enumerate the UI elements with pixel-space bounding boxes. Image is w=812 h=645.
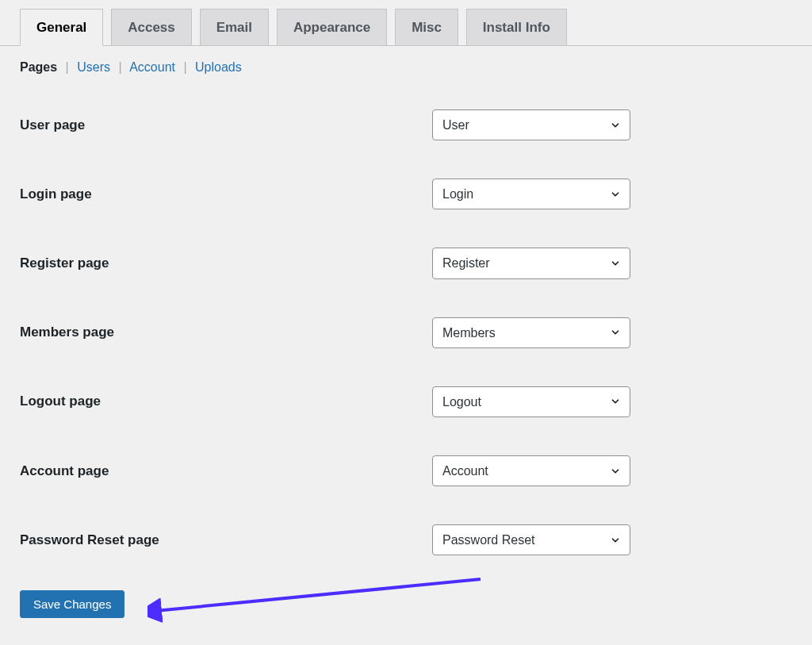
select-value: Register	[432, 248, 630, 278]
field-label: Register page	[20, 255, 432, 271]
subnav: Pages | Users | Account | Uploads	[0, 46, 812, 83]
row-members-page: Members page Members	[20, 298, 792, 367]
row-register-page: Register page Register	[20, 228, 792, 298]
separator: |	[61, 60, 74, 74]
button-label: Save Changes	[33, 597, 111, 611]
subnav-uploads[interactable]: Uploads	[195, 60, 242, 74]
select-value: Account	[432, 455, 630, 486]
row-login-page: Login page Login	[20, 159, 792, 228]
field-label: User page	[20, 117, 432, 133]
settings-form: User page User Login page Login Register…	[0, 83, 812, 574]
main-tabs: General Access Email Appearance Misc Ins…	[0, 0, 812, 46]
subnav-label: Account	[129, 60, 175, 74]
tab-appearance[interactable]: Appearance	[277, 9, 387, 46]
tab-access[interactable]: Access	[111, 9, 192, 46]
subnav-label: Pages	[20, 60, 57, 74]
row-password-reset-page: Password Reset page Password Reset	[20, 505, 792, 574]
field-label: Login page	[20, 186, 432, 202]
select-password-reset-page[interactable]: Password Reset	[432, 524, 630, 555]
subnav-label: Users	[77, 60, 110, 74]
tab-label: Email	[216, 20, 252, 35]
tab-general[interactable]: General	[20, 9, 103, 46]
select-value: Login	[432, 179, 630, 209]
field-label: Password Reset page	[20, 532, 432, 548]
tab-label: Misc	[412, 20, 442, 35]
tab-label: General	[36, 20, 86, 35]
separator: |	[113, 60, 126, 74]
tab-label: Install Info	[483, 20, 550, 35]
row-account-page: Account page Account	[20, 436, 792, 505]
tab-install-info[interactable]: Install Info	[466, 9, 567, 46]
submit-row: Save Changes	[0, 574, 812, 642]
subnav-pages[interactable]: Pages	[20, 60, 57, 74]
row-logout-page: Logout page Logout	[20, 367, 792, 436]
field-label: Account page	[20, 463, 432, 479]
select-user-page[interactable]: User	[432, 109, 630, 140]
field-label: Members page	[20, 324, 432, 340]
select-value: Logout	[432, 386, 630, 417]
tab-email[interactable]: Email	[200, 9, 269, 46]
tab-misc[interactable]: Misc	[395, 9, 458, 46]
separator: |	[178, 60, 191, 74]
tab-label: Appearance	[293, 20, 370, 35]
select-value: Members	[432, 317, 630, 348]
save-changes-button[interactable]: Save Changes	[20, 590, 124, 618]
row-user-page: User page User	[20, 90, 792, 159]
select-logout-page[interactable]: Logout	[432, 386, 630, 417]
subnav-label: Uploads	[195, 60, 242, 74]
tab-label: Access	[128, 20, 175, 35]
subnav-users[interactable]: Users	[77, 60, 110, 74]
select-account-page[interactable]: Account	[432, 455, 630, 486]
select-register-page[interactable]: Register	[432, 248, 630, 278]
select-value: Password Reset	[432, 524, 630, 555]
select-value: User	[432, 109, 630, 140]
field-label: Logout page	[20, 394, 432, 409]
select-login-page[interactable]: Login	[432, 179, 630, 209]
subnav-account[interactable]: Account	[129, 60, 175, 74]
select-members-page[interactable]: Members	[432, 317, 630, 348]
